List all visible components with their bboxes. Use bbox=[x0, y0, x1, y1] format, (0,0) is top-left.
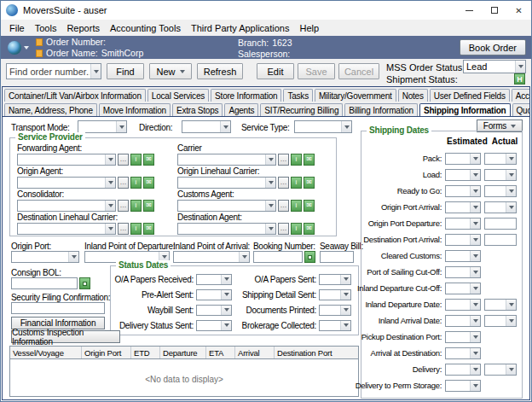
documents-printed-select[interactable] bbox=[319, 305, 351, 316]
menu-file[interactable]: File bbox=[4, 20, 30, 36]
order-type-dropdown[interactable] bbox=[8, 41, 29, 55]
menu-tools[interactable]: Tools bbox=[30, 20, 62, 36]
email-button[interactable]: ✉ bbox=[304, 223, 315, 235]
delivery-status-sent-select[interactable] bbox=[196, 320, 232, 331]
destination-port-arrival-actual-input[interactable] bbox=[484, 234, 517, 246]
destination-linehaul-carrier-select[interactable] bbox=[17, 223, 116, 235]
menu-help[interactable]: Help bbox=[294, 20, 324, 36]
new-button[interactable]: New bbox=[149, 63, 192, 79]
email-button[interactable]: ✉ bbox=[304, 177, 315, 189]
waybill-sent-select[interactable] bbox=[196, 305, 232, 316]
origin-agent-select[interactable] bbox=[17, 177, 116, 189]
column-header-departure[interactable]: Departure bbox=[160, 347, 206, 358]
cancel-button[interactable]: Cancel bbox=[338, 63, 379, 79]
info-button[interactable]: i bbox=[130, 154, 142, 166]
ellipsis-button[interactable]: … bbox=[278, 177, 289, 189]
destination-agent-select[interactable] bbox=[177, 223, 276, 235]
origin-port-departure-actual-input[interactable] bbox=[484, 218, 517, 230]
seaway-bill-input[interactable] bbox=[320, 251, 354, 263]
transport-mode-select[interactable] bbox=[78, 120, 127, 133]
email-button[interactable]: ✉ bbox=[143, 154, 154, 166]
booking-number-lookup-button[interactable] bbox=[304, 251, 315, 263]
tab-store-information[interactable]: Store Information bbox=[211, 89, 281, 102]
ellipsis-button[interactable]: … bbox=[118, 200, 129, 212]
tab-military-government[interactable]: Military/Government bbox=[315, 89, 396, 102]
customs-inspection-information-button[interactable]: Customs Inspection Information bbox=[11, 330, 120, 343]
menu-reports[interactable]: Reports bbox=[61, 20, 105, 36]
column-header-destination-port[interactable]: Destination Port bbox=[275, 347, 358, 358]
tab-name-address-phone[interactable]: Name, Address, Phone bbox=[4, 103, 97, 116]
arrival-at-destination-estimated-select[interactable] bbox=[445, 347, 481, 359]
load-actual-select[interactable] bbox=[484, 169, 517, 181]
tab-billing-information[interactable]: Billing Information bbox=[344, 103, 418, 116]
book-order-button[interactable]: Book Order bbox=[460, 39, 526, 55]
info-button[interactable]: i bbox=[130, 223, 142, 235]
consign-bol-input[interactable] bbox=[11, 277, 78, 289]
ellipsis-button[interactable]: … bbox=[118, 154, 129, 166]
shipment-status-history-button[interactable]: H bbox=[514, 73, 525, 84]
ready-to-go-actual-select[interactable] bbox=[484, 185, 517, 197]
ellipsis-button[interactable]: … bbox=[118, 223, 129, 235]
email-button[interactable]: ✉ bbox=[143, 223, 154, 235]
info-button[interactable]: i bbox=[291, 154, 302, 166]
minimize-button[interactable] bbox=[457, 1, 482, 20]
tab-container-liftvan-airbox-information[interactable]: Container/Lift Van/Airbox Information bbox=[4, 89, 146, 102]
tab-notes[interactable]: Notes bbox=[398, 89, 428, 102]
cleared-customs-estimated-select[interactable] bbox=[445, 250, 481, 262]
info-button[interactable]: i bbox=[130, 177, 142, 189]
column-header-origin-port[interactable]: Origin Port bbox=[82, 347, 131, 358]
pre-alert-sent-select[interactable] bbox=[196, 289, 232, 300]
ellipsis-button[interactable]: … bbox=[118, 177, 129, 189]
tab-account-profile[interactable]: Account Profile bbox=[512, 89, 529, 102]
forwarding-agent-select[interactable] bbox=[17, 154, 116, 166]
email-button[interactable]: ✉ bbox=[304, 200, 315, 212]
delivery-to-perm-storage-estimated-select[interactable] bbox=[445, 380, 481, 392]
origin-port-arrival-estimated-select[interactable] bbox=[445, 201, 481, 213]
origin-port-arrival-actual-select[interactable] bbox=[484, 201, 517, 213]
delivery-estimated-select[interactable] bbox=[445, 364, 481, 376]
ready-to-go-estimated-select[interactable] bbox=[445, 185, 481, 197]
service-type-select[interactable] bbox=[294, 120, 352, 133]
title-bar[interactable]: MoversSuite - auser ✕ bbox=[1, 1, 531, 20]
info-button[interactable]: i bbox=[291, 223, 302, 235]
info-button[interactable]: i bbox=[291, 200, 302, 212]
consolidator-select[interactable] bbox=[17, 200, 116, 212]
ellipsis-button[interactable]: … bbox=[278, 154, 289, 166]
load-estimated-select[interactable] bbox=[445, 169, 481, 181]
column-header-eta[interactable]: ETA bbox=[206, 347, 235, 358]
consign-bol-lookup-button[interactable] bbox=[79, 277, 90, 289]
origin-port-departure-estimated-select[interactable] bbox=[445, 218, 481, 230]
column-header-etd[interactable]: ETD bbox=[131, 347, 160, 358]
shipping-detail-sent-select[interactable] bbox=[319, 289, 351, 300]
tab-user-defined-fields[interactable]: User Defined Fields bbox=[430, 89, 510, 102]
column-header-vessel-voyage[interactable]: Vessel/Voyage bbox=[10, 347, 82, 358]
email-button[interactable]: ✉ bbox=[143, 200, 154, 212]
origin-linehaul-carrier-select[interactable] bbox=[177, 177, 276, 189]
port-of-sailing-cut-off-estimated-select[interactable] bbox=[445, 266, 481, 278]
tab-move-information[interactable]: Move Information bbox=[99, 103, 171, 116]
close-button[interactable]: ✕ bbox=[506, 1, 531, 20]
delivery-actual-select[interactable] bbox=[484, 364, 517, 376]
menu-third-party-applications[interactable]: Third Party Applications bbox=[186, 20, 295, 36]
tab-agents[interactable]: Agents bbox=[224, 103, 258, 116]
refresh-button[interactable]: Refresh bbox=[197, 63, 243, 79]
pickup-destination-port-estimated-select[interactable] bbox=[445, 331, 481, 343]
save-button[interactable]: Save bbox=[298, 63, 335, 79]
email-button[interactable]: ✉ bbox=[304, 154, 315, 166]
origin-port-select[interactable] bbox=[11, 251, 79, 263]
tab-tasks[interactable]: Tasks bbox=[283, 89, 313, 102]
pack-estimated-select[interactable] bbox=[445, 153, 481, 165]
ellipsis-button[interactable]: … bbox=[278, 200, 289, 212]
tab-sit-recurring-billing[interactable]: SIT/Recurring Billing bbox=[260, 103, 343, 116]
carrier-select[interactable] bbox=[177, 154, 276, 166]
inland-arrival-date-actual-select[interactable] bbox=[484, 315, 517, 327]
inland-departure-date-actual-select[interactable] bbox=[484, 299, 517, 311]
info-button[interactable]: i bbox=[291, 177, 302, 189]
inland-arrival-date-estimated-select[interactable] bbox=[445, 315, 481, 327]
mss-order-status-select[interactable]: Lead bbox=[463, 60, 526, 73]
security-filing-confirmation-input[interactable] bbox=[11, 302, 105, 314]
direction-select[interactable] bbox=[182, 120, 231, 133]
email-button[interactable]: ✉ bbox=[143, 177, 154, 189]
inland-point-of-arrival-select[interactable] bbox=[173, 251, 250, 263]
tab-local-services[interactable]: Local Services bbox=[147, 89, 209, 102]
